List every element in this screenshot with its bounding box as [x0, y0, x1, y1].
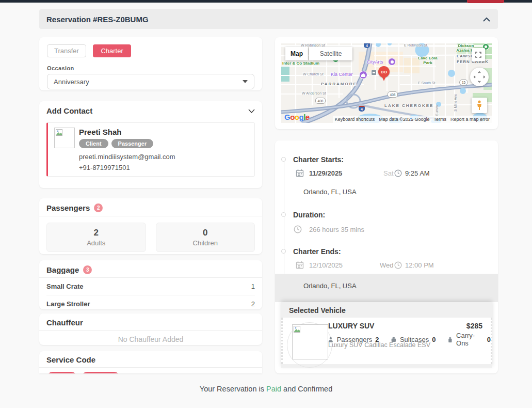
transit-station-icon[interactable]: [371, 70, 377, 75]
charter-button[interactable]: Charter: [93, 44, 131, 57]
timeline-dot: [281, 157, 286, 162]
pegman-icon: [476, 100, 483, 111]
transfer-button[interactable]: Transfer: [47, 44, 86, 57]
children-value: 0: [203, 228, 207, 238]
google-map[interactable]: W Robinson St E Robinson St Inter & Co S…: [281, 43, 492, 123]
end-location: Orlando, FL, USA: [303, 282, 357, 290]
page-title: Reservation #RES-Z0BUMG: [46, 15, 149, 24]
vehicle-price: $285: [466, 322, 482, 330]
service-code-button[interactable]: [46, 372, 77, 373]
pan-arrows-icon: [473, 71, 486, 83]
end-day: Wed: [380, 261, 394, 269]
keyboard-shortcuts-link[interactable]: Keyboard shortcuts: [333, 116, 377, 123]
baggage-section: Baggage3 Small Crate 1 Large Stroller 2: [39, 260, 262, 309]
clock-icon: [394, 169, 402, 177]
interstate-4-shield: 4: [359, 106, 365, 112]
route-15-shield: 15: [459, 79, 468, 86]
service-code-title: Service Code: [46, 355, 95, 364]
street-label: E Robinson St: [404, 43, 427, 47]
calendar-icon: [296, 169, 304, 177]
start-date: 11/29/2025: [309, 169, 342, 177]
vehicle-description: Luxury SUV Cadillac Escalade ESV: [328, 341, 430, 349]
baggage-row: Small Crate 1: [39, 278, 262, 295]
map-view-button[interactable]: Map: [285, 47, 308, 60]
chevron-down-icon: [243, 80, 248, 83]
contact-name: Preeti Shah: [79, 128, 175, 136]
status-paid: Paid: [266, 385, 281, 393]
avatar: [54, 128, 75, 148]
duration-value: 266 hours 35 mins: [309, 226, 364, 233]
baggage-item-label: Small Crate: [46, 283, 84, 290]
service-code-button[interactable]: [81, 372, 120, 373]
poi-label-lake-eola: Lake Eola Park: [416, 56, 439, 65]
cityarts-pin-icon[interactable]: [388, 58, 396, 66]
start-day: Sat: [383, 169, 394, 177]
reservation-header: Reservation #RES-Z0BUMG: [39, 9, 498, 29]
contact-email: preeti.mindiiisystem@gmail.com: [79, 153, 175, 161]
google-logo[interactable]: Google: [284, 113, 310, 121]
map-data-attribution: Map data ©2025 Google: [377, 116, 431, 123]
map-card: W Robinson St E Robinson St Inter & Co S…: [275, 37, 498, 129]
clock-icon: [394, 261, 402, 269]
carry-on-icon: [447, 336, 453, 343]
vehicle-card: LUXURY SUV $285 Passengers 2 Suitcases 0…: [281, 318, 492, 364]
occasion-select[interactable]: Anniversary: [47, 74, 254, 89]
reservation-page: Reservation #RES-Z0BUMG Transfer Charter…: [0, 0, 532, 408]
chauffeur-title: Chauffeur: [46, 318, 83, 327]
baggage-item-qty: 2: [251, 300, 255, 308]
charter-ends-title: Charter Ends:: [293, 247, 341, 256]
collapse-chevron-up-icon[interactable]: [482, 15, 491, 23]
no-chauffeur-text: No Chauffeur Added: [39, 331, 262, 348]
timeline-dot: [281, 249, 286, 254]
interstate-4-shield: 4: [364, 43, 370, 48]
vehicle-image: [292, 324, 328, 359]
street-label: E South St: [418, 81, 435, 85]
itinerary-card: Charter Starts: 11/29/2025 Sat 9:25 AM O…: [275, 140, 498, 373]
end-time: 12:00 PM: [405, 261, 434, 269]
street-label: W Anderson St: [302, 91, 326, 95]
street-label: S Mills Ave: [454, 94, 457, 112]
route-408-shield: 408: [388, 91, 398, 98]
terms-link[interactable]: Terms: [431, 116, 448, 123]
report-map-error-link[interactable]: Report a map error: [448, 116, 492, 123]
occasion-value: Anniversary: [54, 78, 89, 86]
route-408-shield: 408: [315, 98, 326, 104]
area-label-parramore: PARRAMORE: [321, 82, 357, 86]
selected-vehicle-title: Selected Vehicle: [289, 306, 346, 315]
contact-phone: +91-8719971501: [79, 164, 175, 171]
carryons-spec-value: 0: [487, 336, 491, 343]
street-label: W Church St: [303, 72, 324, 76]
adults-value: 2: [94, 228, 99, 238]
baggage-count-badge: 3: [83, 265, 92, 274]
adults-box: 2 Adults: [46, 223, 146, 252]
start-time: 9:25 AM: [405, 169, 430, 177]
pan-control[interactable]: [470, 68, 489, 86]
adults-label: Adults: [87, 239, 105, 247]
fullscreen-button[interactable]: [472, 48, 485, 61]
trip-type-card: Transfer Charter Occasion Anniversary: [39, 37, 262, 90]
street-view-pegman[interactable]: [472, 98, 487, 113]
status-suffix: and Confirmed: [283, 385, 332, 393]
end-date: 12/10/2025: [309, 261, 343, 269]
map-marker-do[interactable]: DO: [378, 66, 390, 77]
satellite-view-button[interactable]: Satellite: [309, 47, 352, 60]
map-marker-stem: [382, 76, 386, 81]
suitcases-spec-value: 0: [432, 336, 436, 343]
chevron-down-icon: [248, 109, 255, 113]
passengers-title: Passengers: [46, 203, 90, 212]
add-contact-header[interactable]: Add Contact: [39, 101, 262, 119]
children-box: 0 Children: [156, 223, 255, 252]
timeline-line: [284, 159, 284, 288]
baggage-title: Baggage: [46, 265, 79, 274]
timeline-dot: [281, 212, 286, 217]
baggage-item-qty: 1: [251, 283, 255, 290]
vehicle-name: LUXURY SUV: [328, 322, 374, 330]
broken-image-icon: [294, 326, 300, 333]
street-label: Summ: [435, 105, 439, 116]
charter-starts-title: Charter Starts:: [293, 155, 344, 164]
kia-center-pin-icon[interactable]: [359, 71, 367, 79]
contact-card: Preeti Shah Client Passenger preeti.mind…: [46, 122, 255, 177]
fullscreen-icon: [475, 52, 481, 58]
contact-card-section: Add Contact Preeti Shah Client Passenger…: [39, 101, 262, 188]
top-action-button[interactable]: [467, 0, 504, 3]
